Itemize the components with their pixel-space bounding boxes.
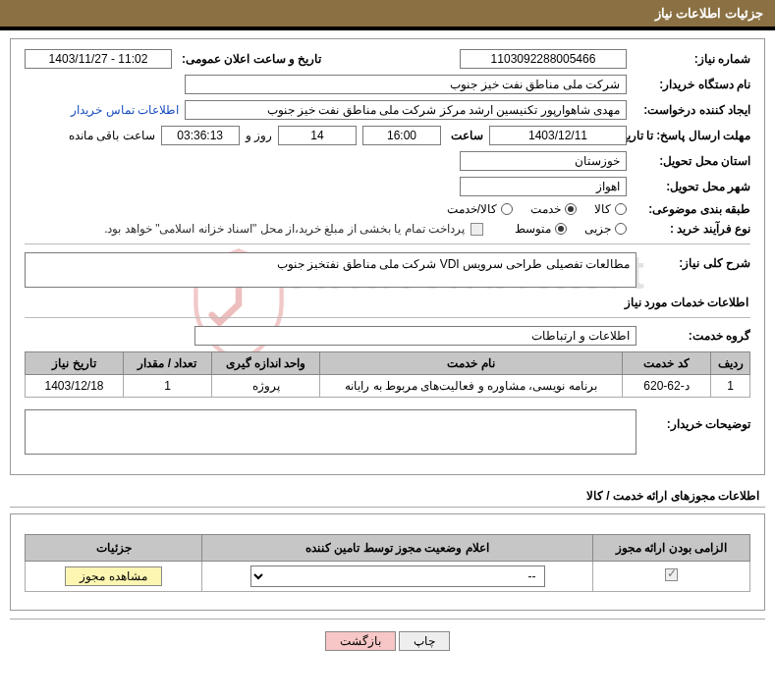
col-unit: واحد اندازه گیری [212,352,320,375]
services-table: ردیف کد خدمت نام خدمت واحد اندازه گیری ت… [25,351,750,398]
category-goods-option[interactable]: کالا [594,202,627,216]
col-name: نام خدمت [320,352,623,375]
deadline-time-value: 16:00 [362,126,441,145]
category-service-option[interactable]: خدمت [530,202,577,216]
col-date: تاریخ نیاز [26,352,124,375]
window-title: جزئیات اطلاعات نیاز [655,6,763,21]
col-code: کد خدمت [623,352,711,375]
need-number-value: 1103092288005466 [460,49,627,69]
requester-label: ایجاد کننده درخواست: [633,103,750,117]
announce-date-value: 1403/11/27 - 11:02 [25,49,172,69]
buyer-org-label: نام دستگاه خریدار: [633,78,750,91]
payment-note-text: پرداخت تمام یا بخشی از مبلغ خرید،از محل … [104,222,465,236]
footer-buttons: چاپ بازگشت [0,625,775,661]
city-value: اهواز [460,177,627,196]
license-panel: الزامی بودن ارائه مجوز اعلام وضعیت مجوز … [10,513,765,611]
divider [10,619,765,619]
remaining-text: ساعت باقی مانده [69,129,155,142]
print-button[interactable]: چاپ [399,631,450,651]
table-row: -- مشاهده مجوز [26,562,750,592]
service-group-label: گروه خدمت: [642,329,750,343]
process-partial-option[interactable]: جزیی [584,222,627,236]
col-status: اعلام وضعیت مجوز توسط تامین کننده [202,535,593,562]
radio-icon [565,203,577,215]
radio-icon [555,223,567,235]
license-table: الزامی بودن ارائه مجوز اعلام وضعیت مجوز … [25,534,750,592]
divider [25,243,750,244]
back-button[interactable]: بازگشت [325,631,396,651]
countdown-value: 03:36:13 [161,126,240,145]
col-qty: تعداد / مقدار [124,352,212,375]
process-radio-group: جزیی متوسط [515,222,627,236]
category-label: طبقه بندی موضوعی: [633,202,750,216]
table-row: 1 د-62-620 برنامه نویسی، مشاوره و فعالیت… [26,375,750,398]
service-group-value: اطلاعات و ارتباطات [194,326,637,346]
days-and-text: روز و [246,129,272,142]
announce-date-label: تاریخ و ساعت اعلان عمومی: [178,52,321,66]
services-section-title: اطلاعات خدمات مورد نیاز [25,296,750,309]
city-label: شهر محل تحویل: [633,180,750,193]
status-select[interactable]: -- [250,565,545,587]
buyer-notes-box [25,409,637,455]
treasury-checkbox[interactable] [471,223,483,236]
process-medium-option[interactable]: متوسط [515,222,567,236]
process-type-label: نوع فرآیند خرید : [633,222,750,236]
radio-icon [615,203,627,215]
license-section-title: اطلاعات مجوزهای ارائه خدمت / کالا [0,483,775,507]
summary-value: مطالعات تفصیلی طراحی سرویس VDI شرکت ملی … [25,252,637,288]
col-mandatory: الزامی بودن ارائه مجوز [593,535,750,562]
buyer-notes-label: توضیحات خریدار: [642,404,750,431]
divider [25,317,750,318]
main-panel: AriaTender.net شماره نیاز: 1103092288005… [10,38,765,475]
province-label: استان محل تحویل: [633,154,750,168]
col-row: ردیف [711,352,750,375]
buyer-contact-link[interactable]: اطلاعات تماس خریدار [71,103,179,117]
col-details: جزئیات [26,535,202,562]
buyer-org-value: شرکت ملی مناطق نفت خیز جنوب [185,75,627,94]
view-license-button[interactable]: مشاهده مجوز [65,566,161,586]
summary-label: شرح کلی نیاز: [642,252,750,270]
deadline-date-value: 1403/12/11 [489,126,627,145]
window-title-bar: جزئیات اطلاعات نیاز [0,0,775,30]
category-goods-service-option[interactable]: کالا/خدمت [447,202,513,216]
mandatory-checkbox[interactable] [665,568,678,581]
radio-icon [615,223,627,235]
time-label: ساعت [447,129,483,142]
province-value: خوزستان [460,151,627,171]
category-radio-group: کالا خدمت کالا/خدمت [447,202,627,216]
divider [10,507,765,508]
radio-icon [501,203,513,215]
need-number-label: شماره نیاز: [633,52,750,66]
requester-value: مهدی شاهوارپور تکنیسین ارشد مرکز شرکت مل… [185,100,627,120]
deadline-label: مهلت ارسال پاسخ: تا تاریخ: [633,129,750,142]
days-remaining-value: 14 [278,126,357,145]
